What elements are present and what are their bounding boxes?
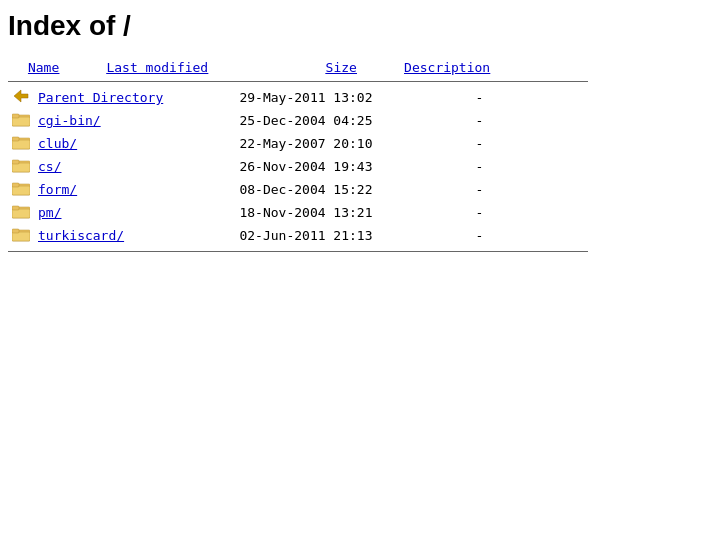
file-link[interactable]: club/ <box>38 136 77 151</box>
table-row: turkiscard/02-Jun-2011 21:13- <box>8 224 588 247</box>
folder-icon <box>8 224 34 247</box>
file-size-cell: - <box>437 132 487 155</box>
file-link[interactable]: turkiscard/ <box>38 228 124 243</box>
svg-rect-15 <box>12 206 19 210</box>
file-modified-cell: 08-Dec-2004 15:22 <box>235 178 436 201</box>
sort-size-link[interactable]: Size <box>326 60 357 75</box>
folder-icon <box>8 155 34 178</box>
folder-icon <box>12 157 30 173</box>
back-arrow-icon <box>12 88 30 104</box>
file-modified-cell: 02-Jun-2011 21:13 <box>235 224 436 247</box>
file-name-cell: cgi-bin/ <box>34 109 235 132</box>
svg-rect-14 <box>12 209 30 218</box>
file-size-cell: - <box>437 224 487 247</box>
svg-rect-18 <box>12 229 19 233</box>
file-description-cell <box>487 86 588 109</box>
file-link[interactable]: pm/ <box>38 205 61 220</box>
folder-icon <box>8 201 34 224</box>
file-size-cell: - <box>437 155 487 178</box>
file-link[interactable]: cs/ <box>38 159 61 174</box>
table-row: Parent Directory29-May-2011 13:02- <box>8 86 588 109</box>
file-name-cell: Parent Directory <box>34 86 235 109</box>
col-size-header[interactable]: Size <box>322 58 400 77</box>
table-row: cs/26-Nov-2004 19:43- <box>8 155 588 178</box>
file-description-cell <box>487 155 588 178</box>
file-link[interactable]: Parent Directory <box>38 90 163 105</box>
folder-icon <box>12 203 30 219</box>
parent-icon <box>8 86 34 109</box>
file-size-cell: - <box>437 109 487 132</box>
svg-rect-8 <box>12 163 30 172</box>
file-description-cell <box>487 224 588 247</box>
bottom-divider <box>8 251 588 252</box>
file-link[interactable]: form/ <box>38 182 77 197</box>
file-description-cell <box>487 132 588 155</box>
svg-rect-11 <box>12 186 30 195</box>
sort-description-link[interactable]: Description <box>404 60 490 75</box>
file-description-cell <box>487 201 588 224</box>
sort-modified-link[interactable]: Last modified <box>106 60 208 75</box>
file-modified-cell: 18-Nov-2004 13:21 <box>235 201 436 224</box>
file-name-cell: turkiscard/ <box>34 224 235 247</box>
col-name-header[interactable]: Name <box>24 58 102 77</box>
file-size-cell: - <box>437 178 487 201</box>
file-name-cell: form/ <box>34 178 235 201</box>
file-description-cell <box>487 109 588 132</box>
folder-icon <box>12 226 30 242</box>
file-modified-cell: 22-May-2007 20:10 <box>235 132 436 155</box>
file-link[interactable]: cgi-bin/ <box>38 113 101 128</box>
table-row: pm/18-Nov-2004 13:21- <box>8 201 588 224</box>
svg-rect-2 <box>12 117 30 126</box>
file-modified-cell: 29-May-2011 13:02 <box>235 86 436 109</box>
file-size-cell: - <box>437 201 487 224</box>
svg-marker-0 <box>14 90 28 102</box>
file-description-cell <box>487 178 588 201</box>
file-modified-cell: 25-Dec-2004 04:25 <box>235 109 436 132</box>
svg-rect-17 <box>12 232 30 241</box>
svg-rect-3 <box>12 114 19 118</box>
svg-rect-9 <box>12 160 19 164</box>
table-row: form/08-Dec-2004 15:22- <box>8 178 588 201</box>
svg-rect-5 <box>12 140 30 149</box>
folder-icon <box>12 111 30 127</box>
svg-rect-12 <box>12 183 19 187</box>
file-size-cell: - <box>437 86 487 109</box>
folder-icon <box>8 109 34 132</box>
page-title: Index of / <box>8 10 719 42</box>
table-row: club/22-May-2007 20:10- <box>8 132 588 155</box>
svg-rect-6 <box>12 137 19 141</box>
folder-icon <box>12 180 30 196</box>
file-modified-cell: 26-Nov-2004 19:43 <box>235 155 436 178</box>
sort-name-link[interactable]: Name <box>28 60 59 75</box>
folder-icon <box>8 132 34 155</box>
col-modified-header[interactable]: Last modified <box>102 58 321 77</box>
top-divider <box>8 81 588 82</box>
col-description-header[interactable]: Description <box>400 58 588 77</box>
file-name-cell: pm/ <box>34 201 235 224</box>
table-header: Name Last modified Size Description <box>8 58 588 77</box>
file-name-cell: cs/ <box>34 155 235 178</box>
table-row: cgi-bin/25-Dec-2004 04:25- <box>8 109 588 132</box>
file-name-cell: club/ <box>34 132 235 155</box>
folder-icon <box>8 178 34 201</box>
folder-icon <box>12 134 30 150</box>
